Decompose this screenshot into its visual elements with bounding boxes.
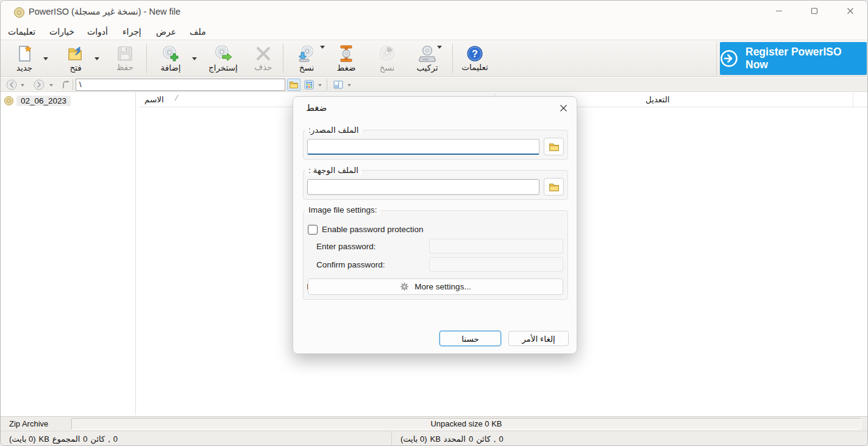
new-dropdown-caret[interactable] <box>43 57 48 60</box>
delete-x-icon <box>255 45 272 62</box>
more-settings-button[interactable]: More settings... <box>308 278 563 295</box>
mount-dropdown-caret[interactable] <box>437 46 442 49</box>
toolbar-new-button[interactable]: جديد <box>5 42 43 74</box>
status-selected-cell: (0 بايت) KB المحدد 0 كائن , 0 <box>392 431 868 446</box>
column-header-modified[interactable]: التعديل <box>646 94 670 104</box>
address-bar: \ <box>1 77 867 92</box>
status-total-word: المجموع <box>52 434 80 444</box>
back-arrow-icon <box>6 79 17 90</box>
menu-item-view[interactable]: عرض <box>154 26 179 38</box>
menu-item-action[interactable]: إجراء <box>120 26 144 38</box>
view-mode-caret[interactable] <box>318 84 322 87</box>
browse-folder-toggle[interactable] <box>287 79 301 91</box>
source-file-input[interactable] <box>307 139 539 155</box>
column-divider[interactable] <box>853 93 853 106</box>
register-button[interactable]: Register PowerISO Now <box>720 42 867 75</box>
enable-password-checkbox[interactable] <box>308 225 318 235</box>
open-dropdown-caret[interactable] <box>94 57 99 60</box>
toolbar-extract-label: إستخراج <box>208 64 238 73</box>
burn-disc-icon <box>297 44 316 63</box>
status-total-bytes: (0 بايت) <box>9 434 35 444</box>
up-level-button[interactable] <box>60 79 73 91</box>
column-header-name[interactable]: الاسم <box>144 94 164 104</box>
source-browse-button[interactable] <box>544 138 564 155</box>
folder-tree-panel: 02_06_2023 <box>1 92 136 415</box>
cancel-button[interactable]: إلغاء الأمر <box>508 331 569 346</box>
burn-dropdown-caret[interactable] <box>320 46 325 49</box>
add-files-icon <box>162 44 180 63</box>
gear-icon <box>400 282 409 291</box>
forward-history-caret[interactable] <box>49 84 53 87</box>
toolbar-extract-button[interactable]: إستخراج <box>201 42 246 74</box>
destination-file-input[interactable] <box>307 179 539 195</box>
minimize-button[interactable] <box>765 2 793 20</box>
toolbar-copy-disc-button[interactable]: نسخ <box>370 42 404 74</box>
forward-button[interactable] <box>33 79 45 91</box>
toolbar-compress-button[interactable]: ضغط <box>330 42 363 74</box>
toolbar-burn-button[interactable]: نسخ <box>290 42 324 74</box>
image-settings-group-label: Image file settings: <box>305 205 380 214</box>
tree-item-root[interactable]: 02_06_2023 <box>4 94 71 107</box>
dialog-close-button[interactable] <box>555 101 571 115</box>
menu-item-help[interactable]: تعليمات <box>5 26 38 38</box>
maximize-button[interactable] <box>800 2 828 20</box>
status-total-kb-value: 0 <box>83 434 87 444</box>
back-history-caret[interactable] <box>21 84 24 87</box>
folder-icon <box>549 182 560 193</box>
tree-item-label: 02_06_2023 <box>16 96 71 106</box>
folder-icon <box>549 141 560 152</box>
status-selected-objects-word: كائن <box>476 434 491 444</box>
maximize-icon <box>811 7 818 15</box>
save-floppy-icon <box>116 45 133 62</box>
status-selected-kb-value: 0 <box>469 434 473 444</box>
path-input[interactable]: \ <box>76 79 285 91</box>
close-icon <box>560 104 567 112</box>
menu-item-file[interactable]: ملف <box>187 26 208 38</box>
menu-item-tools[interactable]: أدوات <box>85 26 110 38</box>
toolbar-burn-label: نسخ <box>299 64 315 73</box>
toolbar-separator <box>716 41 717 76</box>
toolbar-help-label: تعليمات <box>461 63 488 72</box>
status-selected-kb-unit: KB <box>430 434 440 444</box>
unpacked-size-label: Unpacked size 0 KB <box>430 419 502 428</box>
menu-bar: تعليمات خيارات أدوات إجراء عرض ملف <box>1 24 867 40</box>
minimize-icon <box>775 7 783 15</box>
enter-password-label: Enter password: <box>316 242 376 251</box>
register-arrow-icon <box>720 49 738 68</box>
register-button-label: Register PowerISO Now <box>745 46 867 71</box>
ok-button[interactable]: حسنا <box>439 331 501 346</box>
menu-item-options[interactable]: خيارات <box>47 26 77 38</box>
layout-button[interactable] <box>332 79 345 91</box>
close-button[interactable] <box>836 2 864 20</box>
toolbar-save-button[interactable]: حفظ <box>108 42 142 74</box>
title-bar: PowerISO (نسخة غير مسجلة) - New file <box>1 1 867 24</box>
dialog-title: ضغط <box>306 102 327 113</box>
compress-dialog: ضغط الملف المصدر: الملف الوجهة : Image f… <box>293 96 577 354</box>
layout-panel-icon <box>333 80 343 90</box>
confirm-password-input[interactable] <box>429 257 563 272</box>
extract-icon <box>214 44 232 63</box>
toolbar-add-button[interactable]: إضافة <box>152 42 190 74</box>
add-dropdown-caret[interactable] <box>192 57 197 60</box>
mount-drive-icon <box>418 44 436 63</box>
toolbar-add-label: إضافة <box>160 64 180 73</box>
toolbar-separator <box>146 44 147 73</box>
copy-disc-icon <box>378 44 396 63</box>
toolbar-delete-button[interactable]: حذف <box>247 42 280 74</box>
toolbar-copy-disc-label: نسخ <box>380 64 395 73</box>
grid-view-icon <box>304 80 314 90</box>
toolbar-open-label: فتح <box>69 64 81 73</box>
toolbar-open-button[interactable]: فتح <box>57 42 94 74</box>
toolbar-separator <box>283 44 283 73</box>
app-disc-icon <box>14 7 24 18</box>
enter-password-input[interactable] <box>429 239 563 253</box>
layout-caret[interactable] <box>347 84 351 87</box>
destination-file-group-label: الملف الوجهة : <box>305 165 361 175</box>
destination-browse-button[interactable] <box>544 178 564 196</box>
view-mode-button[interactable] <box>302 79 316 91</box>
toolbar-help-button[interactable]: ? تعليمات <box>457 42 493 74</box>
unpacked-size-panel: Unpacked size 0 KB <box>71 418 861 430</box>
back-button[interactable] <box>5 79 18 91</box>
enable-password-label[interactable]: Enable password protection <box>322 225 424 234</box>
status-selected-comma: , <box>494 434 496 444</box>
